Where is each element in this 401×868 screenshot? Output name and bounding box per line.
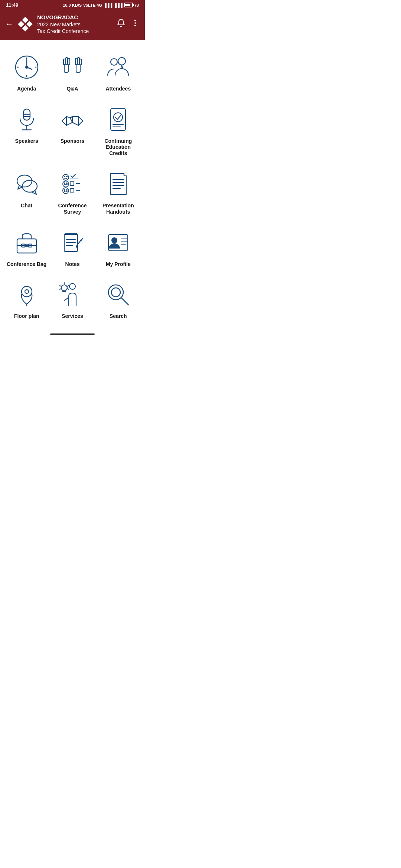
svg-point-42 [66,176,67,177]
grid-item-continuing-education[interactable]: Continuing Education Credits [95,99,141,160]
svg-line-69 [76,246,77,248]
status-time: 11:49 [6,2,18,8]
floor-plan-icon [12,280,42,309]
speakers-label: Speakers [15,138,38,144]
services-label: Services [62,313,83,319]
grid-item-presentation-handouts[interactable]: Presentation Handouts [95,164,141,219]
diamond-logo-icon [17,16,33,32]
conference-survey-label: Conference Survey [52,203,93,215]
status-indicators: 18.0 KB/S VoLTE 4G ▐▐▐ ▐▐▐ 78 [63,3,139,7]
svg-rect-0 [22,17,29,23]
svg-point-71 [111,237,117,243]
signal-icon: ▐▐▐ [104,3,112,7]
conference-bag-label: Conference Bag [7,261,46,267]
home-indicator [0,331,145,339]
svg-line-26 [122,65,123,68]
grid-item-conference-bag[interactable]: Conference Bag [4,223,49,271]
header-action-icons [117,19,140,30]
agenda-icon [12,52,42,82]
svg-point-44 [63,181,69,187]
attendees-icon [103,52,133,82]
svg-rect-48 [70,182,74,185]
app-header: ← NOVOGRADAC 2022 New Markets Tax Credit… [0,10,145,40]
grid-item-notes[interactable]: Notes [49,223,95,271]
presentation-handouts-icon [103,169,133,199]
svg-rect-53 [70,188,74,192]
svg-point-5 [135,22,136,23]
svg-point-24 [118,57,125,65]
chat-label: Chat [21,203,32,209]
attendees-label: Attendees [105,86,131,92]
grid-item-my-profile[interactable]: My Profile [95,223,141,271]
svg-point-87 [111,288,120,297]
svg-line-88 [122,298,128,305]
svg-point-46 [64,183,65,184]
conference-survey-icon [58,169,87,199]
search-label: Search [110,313,127,319]
status-bar: 11:49 18.0 KB/S VoLTE 4G ▐▐▐ ▐▐▐ 78 [0,0,145,10]
svg-point-4 [135,20,136,21]
speed-indicator: 18.0 KB/S [63,3,82,7]
svg-point-40 [63,174,69,180]
network-indicator: VoLTE 4G [83,3,102,7]
continuing-education-label: Continuing Education Credits [98,138,139,157]
svg-line-83 [67,286,69,286]
svg-rect-1 [26,21,33,27]
more-options-icon[interactable] [131,19,140,30]
back-button[interactable]: ← [5,19,13,29]
svg-point-6 [135,25,136,26]
svg-point-78 [69,283,75,289]
svg-point-51 [64,190,65,190]
svg-point-41 [64,176,65,177]
qa-icon [58,52,87,82]
presentation-handouts-label: Presentation Handouts [98,203,139,215]
svg-line-79 [64,297,69,300]
grid-item-search[interactable]: Search [95,274,141,323]
svg-rect-20 [75,58,77,65]
search-icon [103,280,133,309]
notes-label: Notes [65,261,80,267]
svg-point-23 [111,59,117,65]
grid-item-chat[interactable]: Chat [4,164,49,219]
svg-rect-2 [18,21,24,27]
grid-item-qa[interactable]: Q&A [49,47,95,96]
my-profile-icon [103,228,133,257]
grid-item-attendees[interactable]: Attendees [95,47,141,96]
my-profile-label: My Profile [106,261,131,267]
conference-bag-icon [12,228,42,257]
svg-rect-15 [64,64,68,72]
home-indicator-bar [50,333,95,335]
svg-line-81 [60,286,61,286]
floor-plan-label: Floor plan [14,313,39,319]
feature-grid: Agenda [0,40,145,331]
svg-rect-18 [68,58,70,65]
svg-line-84 [60,289,61,289]
svg-rect-3 [22,25,29,32]
svg-rect-19 [76,64,80,72]
wifi-signal-icon: ▐▐▐ [114,3,122,7]
sponsors-label: Sponsors [61,138,85,144]
speakers-icon [12,105,42,134]
notification-bell-icon[interactable] [117,19,125,30]
grid-item-sponsors[interactable]: Sponsors [49,99,95,160]
svg-point-75 [22,286,32,297]
grid-item-services[interactable]: Services [49,274,95,323]
svg-point-80 [61,285,67,291]
grid-item-agenda[interactable]: Agenda [4,47,49,96]
services-icon [58,280,87,309]
svg-point-76 [25,290,29,293]
sponsors-icon [58,105,87,134]
battery-icon [124,3,133,7]
agenda-label: Agenda [17,86,36,92]
grid-item-floor-plan[interactable]: Floor plan [4,274,49,323]
grid-item-speakers[interactable]: Speakers [4,99,49,160]
svg-point-86 [108,285,123,300]
continuing-education-icon [103,105,133,134]
battery-percentage: 78 [134,3,139,7]
svg-rect-22 [80,59,82,65]
qa-label: Q&A [66,86,78,92]
app-logo: NOVOGRADAC 2022 New Markets Tax Credit C… [17,14,113,34]
notes-icon [58,228,87,257]
grid-item-conference-survey[interactable]: Conference Survey [49,164,95,219]
svg-point-47 [66,183,67,184]
